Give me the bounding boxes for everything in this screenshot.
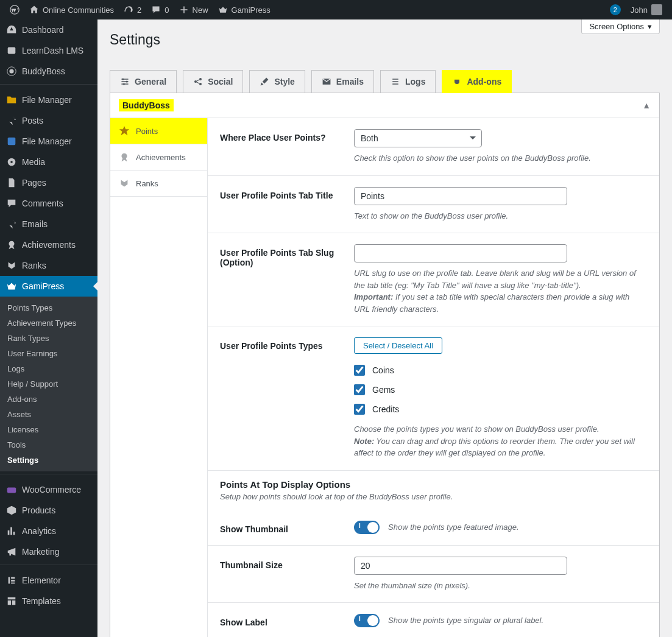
svg-rect-10 xyxy=(11,577,15,579)
menu-learndash[interactable]: LearnDash LMS xyxy=(0,40,97,61)
admin-sidebar: Dashboard LearnDash LMS BuddyBoss File M… xyxy=(0,19,97,637)
user-menu[interactable]: John xyxy=(626,0,667,19)
label-tab-title: User Profile Points Tab Title xyxy=(220,187,342,222)
submenu-help[interactable]: Help / Support xyxy=(0,376,97,392)
svg-rect-4 xyxy=(8,138,16,146)
tab-addons[interactable]: Add-ons xyxy=(442,70,512,93)
pin-icon xyxy=(6,115,17,126)
new-link[interactable]: New xyxy=(174,0,213,19)
input-thumbnail-size[interactable] xyxy=(354,557,567,575)
menu-gamipress[interactable]: GamiPress xyxy=(0,276,97,297)
submenu-licenses[interactable]: Licenses xyxy=(0,422,97,437)
menu-products[interactable]: Products xyxy=(0,500,97,521)
wp-logo[interactable] xyxy=(5,0,24,19)
svg-point-17 xyxy=(199,78,202,80)
toggle-show-label[interactable] xyxy=(354,614,380,627)
screen-options-toggle[interactable]: Screen Options▾ xyxy=(581,19,660,34)
menu-comments[interactable]: Comments xyxy=(0,193,97,214)
checkbox-credits[interactable] xyxy=(354,404,365,415)
select-place-points[interactable]: Both xyxy=(354,129,482,147)
menu-filemanager2[interactable]: File Manager xyxy=(0,131,97,152)
menu-ranks[interactable]: Ranks xyxy=(0,255,97,276)
pages-icon xyxy=(6,177,17,188)
side-tabs: Points Achievements Ranks xyxy=(110,118,208,637)
label-place-points: Where Place User Points? xyxy=(220,129,342,164)
rank-icon xyxy=(119,178,130,189)
gamipress-link[interactable]: GamiPress xyxy=(213,0,275,19)
fields-area: Where Place User Points? Both Check this… xyxy=(208,118,659,637)
comments-icon xyxy=(6,198,17,209)
panel-header[interactable]: BuddyBoss ▲ xyxy=(110,93,659,118)
menu-achievements[interactable]: Achievements xyxy=(0,234,97,255)
site-link[interactable]: Online Communities xyxy=(24,0,119,19)
menu-analytics[interactable]: Analytics xyxy=(0,521,97,541)
section-title: Points At Top Display Options xyxy=(208,471,659,492)
submenu-addons[interactable]: Add-ons xyxy=(0,392,97,407)
tab-general[interactable]: General xyxy=(110,70,177,93)
checkbox-gems[interactable] xyxy=(354,384,365,395)
menu-elementor[interactable]: Elementor xyxy=(0,570,97,591)
folder-icon xyxy=(6,94,17,105)
notifications[interactable]: 2 xyxy=(605,0,626,19)
checkbox-row-coins[interactable]: Coins xyxy=(354,365,647,376)
svg-point-2 xyxy=(9,69,13,73)
submenu-user-earnings[interactable]: User Earnings xyxy=(0,346,97,361)
tab-emails[interactable]: Emails xyxy=(311,70,374,93)
svg-point-20 xyxy=(122,153,127,159)
brush-icon xyxy=(260,77,269,86)
svg-point-18 xyxy=(199,83,202,85)
submenu-rank-types[interactable]: Rank Types xyxy=(0,331,97,346)
pin-icon xyxy=(6,219,17,230)
menu-filemanager[interactable]: File Manager xyxy=(0,90,97,110)
menu-dashboard[interactable]: Dashboard xyxy=(0,19,97,40)
menu-templates[interactable]: Templates xyxy=(0,591,97,611)
learndash-icon xyxy=(6,45,17,56)
section-subtitle: Setup how points should look at top of t… xyxy=(208,492,659,510)
box-icon xyxy=(6,505,17,516)
sidetab-achievements[interactable]: Achievements xyxy=(110,144,207,171)
medal-icon xyxy=(6,239,17,250)
select-deselect-all-button[interactable]: Select / Deselect All xyxy=(354,337,442,354)
tab-style[interactable]: Style xyxy=(249,70,305,93)
plus-icon xyxy=(179,5,189,15)
menu-buddyboss[interactable]: BuddyBoss xyxy=(0,61,97,82)
svg-rect-11 xyxy=(11,580,15,582)
menu-marketing[interactable]: Marketing xyxy=(0,541,97,562)
settings-panel: BuddyBoss ▲ Points Achievements Ranks Wh… xyxy=(110,93,660,637)
submenu-points-types[interactable]: Points Types xyxy=(0,300,97,315)
svg-point-15 xyxy=(123,83,125,85)
menu-woocommerce[interactable]: WooCommerce xyxy=(0,479,97,500)
comment-icon xyxy=(151,5,161,15)
input-tab-slug[interactable] xyxy=(354,244,567,262)
checkbox-row-gems[interactable]: Gems xyxy=(354,384,647,395)
admin-bar: Online Communities 2 0 New GamiPress 2 J… xyxy=(0,0,672,19)
desc-thumbnail-size: Set the thumbnail size (in pixels). xyxy=(354,580,647,592)
tab-social[interactable]: Social xyxy=(183,70,243,93)
toggle-show-thumbnail[interactable] xyxy=(354,521,380,534)
svg-point-14 xyxy=(126,80,128,82)
desc-points-types: Choose the points types you want to show… xyxy=(354,423,647,459)
menu-posts[interactable]: Posts xyxy=(0,110,97,131)
megaphone-icon xyxy=(6,546,17,557)
svg-rect-1 xyxy=(8,48,16,54)
menu-emails[interactable]: Emails xyxy=(0,214,97,234)
submenu-achievement-types[interactable]: Achievement Types xyxy=(0,315,97,331)
submenu-settings[interactable]: Settings xyxy=(0,452,97,468)
tab-logs[interactable]: Logs xyxy=(380,70,436,93)
input-tab-title[interactable] xyxy=(354,187,567,205)
medal-icon xyxy=(119,152,130,163)
menu-media[interactable]: Media xyxy=(0,152,97,172)
updates-link[interactable]: 2 xyxy=(119,0,146,19)
home-icon xyxy=(29,5,39,15)
sidetab-ranks[interactable]: Ranks xyxy=(110,171,207,197)
checkbox-row-credits[interactable]: Credits xyxy=(354,404,647,415)
checkbox-coins[interactable] xyxy=(354,365,365,376)
svg-rect-12 xyxy=(11,583,15,584)
comments-link[interactable]: 0 xyxy=(146,0,174,19)
sidetab-points[interactable]: Points xyxy=(110,118,207,144)
submenu-assets[interactable]: Assets xyxy=(0,407,97,422)
menu-pages[interactable]: Pages xyxy=(0,172,97,193)
desc-show-label: Show the points type singular or plural … xyxy=(388,614,543,627)
submenu-logs[interactable]: Logs xyxy=(0,361,97,376)
submenu-tools[interactable]: Tools xyxy=(0,437,97,452)
